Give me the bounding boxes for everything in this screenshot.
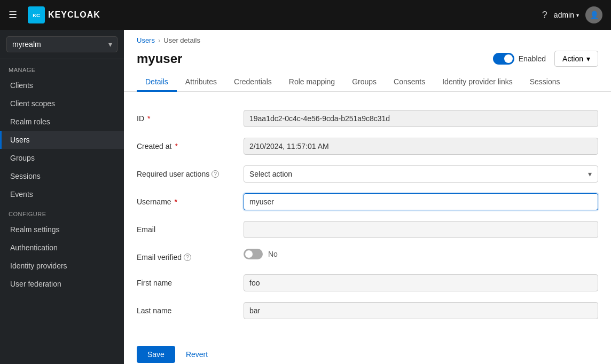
realm-select[interactable]: myrealm — [6, 36, 118, 52]
layout: myrealm Manage Clients Client scopes Rea… — [0, 30, 611, 364]
main-content: Users › User details myuser Enabled Acti… — [124, 30, 611, 364]
last-name-input[interactable] — [244, 302, 598, 319]
email-verified-toggle-row: No — [244, 249, 598, 259]
sidebar-item-authentication[interactable]: Authentication — [0, 239, 124, 257]
revert-button[interactable]: Revert — [182, 346, 212, 363]
form-row-email-verified: Email verified ? No — [137, 243, 598, 269]
sidebar: myrealm Manage Clients Client scopes Rea… — [0, 30, 124, 364]
required-actions-label: Required user actions ? — [137, 165, 244, 178]
email-verified-toggle[interactable] — [244, 249, 263, 259]
help-icon[interactable]: ? — [542, 10, 547, 21]
created-at-input[interactable] — [244, 138, 598, 155]
username-label: Username * — [137, 193, 244, 206]
svg-text:KC: KC — [33, 12, 40, 18]
email-verified-value: No — [268, 250, 278, 258]
tab-details[interactable]: Details — [137, 73, 177, 92]
action-caret-icon: ▾ — [586, 54, 590, 63]
form-row-created-at: Created at * — [137, 132, 598, 160]
last-name-label: Last name — [137, 302, 244, 315]
form-row-required-actions: Required user actions ? Select action — [137, 160, 598, 188]
form-row-first-name: First name — [137, 269, 598, 297]
user-name: admin — [554, 11, 574, 19]
realm-selector[interactable]: myrealm — [0, 30, 124, 59]
last-name-control-wrap — [244, 302, 598, 319]
email-verified-help-icon[interactable]: ? — [184, 254, 191, 261]
username-control-wrap — [244, 193, 598, 210]
required-actions-control-wrap: Select action — [244, 165, 598, 183]
tab-sessions[interactable]: Sessions — [521, 73, 569, 92]
sidebar-item-identity-providers[interactable]: Identity providers — [0, 257, 124, 275]
sidebar-item-users[interactable]: Users — [0, 131, 124, 149]
username-input[interactable] — [244, 193, 598, 210]
first-name-input[interactable] — [244, 274, 598, 291]
tab-identity-provider-links[interactable]: Identity provider links — [434, 73, 521, 92]
tab-credentials[interactable]: Credentials — [225, 73, 280, 92]
form-actions: Save Revert — [124, 337, 611, 364]
form-row-username: Username * — [137, 188, 598, 216]
form-body: ID * Created at * Requ — [124, 92, 611, 337]
enabled-toggle[interactable] — [493, 53, 514, 65]
created-at-required-marker: * — [175, 142, 177, 151]
sidebar-item-sessions[interactable]: Sessions — [0, 167, 124, 185]
manage-section-label: Manage — [0, 59, 124, 76]
breadcrumb-parent[interactable]: Users — [137, 36, 155, 44]
logo-text: KEYCLOAK — [48, 10, 100, 20]
email-label: Email — [137, 221, 244, 234]
tabs: Details Attributes Credentials Role mapp… — [124, 67, 611, 92]
breadcrumb-current: User details — [163, 36, 200, 44]
topnav: ☰ KC KEYCLOAK ? admin ▾ 👤 — [0, 0, 611, 30]
sidebar-item-groups[interactable]: Groups — [0, 149, 124, 167]
save-button[interactable]: Save — [137, 346, 175, 363]
sidebar-item-realm-settings[interactable]: Realm settings — [0, 220, 124, 239]
breadcrumb-separator: › — [158, 36, 160, 44]
tab-consents[interactable]: Consents — [385, 73, 434, 92]
id-label: ID * — [137, 110, 244, 123]
email-input[interactable] — [244, 221, 598, 238]
logo-icon: KC — [28, 6, 45, 23]
avatar[interactable]: 👤 — [585, 6, 602, 23]
sidebar-item-client-scopes[interactable]: Client scopes — [0, 94, 124, 113]
created-at-label: Created at * — [137, 138, 244, 151]
email-verified-control-wrap: No — [244, 249, 598, 259]
required-actions-select[interactable]: Select action — [244, 165, 598, 183]
sidebar-item-clients[interactable]: Clients — [0, 76, 124, 94]
hamburger-menu-icon[interactable]: ☰ — [9, 9, 17, 21]
id-input[interactable] — [244, 110, 598, 127]
user-menu[interactable]: admin ▾ — [554, 11, 579, 19]
email-control-wrap — [244, 221, 598, 238]
action-button[interactable]: Action ▾ — [554, 51, 598, 67]
email-verified-label: Email verified ? — [137, 249, 244, 262]
action-label: Action — [562, 54, 583, 63]
enabled-label: Enabled — [519, 54, 546, 63]
tab-role-mapping[interactable]: Role mapping — [280, 73, 343, 92]
logo: KC KEYCLOAK — [28, 6, 100, 23]
configure-section-label: Configure — [0, 203, 124, 220]
sidebar-item-realm-roles[interactable]: Realm roles — [0, 113, 124, 131]
page-title: myuser — [137, 51, 182, 66]
first-name-label: First name — [137, 274, 244, 287]
username-required-marker: * — [175, 197, 177, 206]
form-row-id: ID * — [137, 105, 598, 132]
created-at-control-wrap — [244, 138, 598, 155]
first-name-control-wrap — [244, 274, 598, 291]
sidebar-item-events[interactable]: Events — [0, 185, 124, 203]
tab-attributes[interactable]: Attributes — [177, 73, 225, 92]
enabled-toggle-wrap: Enabled — [493, 53, 546, 65]
required-actions-help-icon[interactable]: ? — [212, 170, 219, 178]
tab-groups[interactable]: Groups — [343, 73, 385, 92]
user-caret-icon: ▾ — [576, 12, 579, 18]
id-required-marker: * — [147, 114, 150, 123]
form-row-email: Email — [137, 216, 598, 243]
sidebar-item-user-federation[interactable]: User federation — [0, 275, 124, 293]
form-row-last-name: Last name — [137, 297, 598, 325]
page-header: myuser Enabled Action ▾ — [124, 46, 611, 67]
id-control-wrap — [244, 110, 598, 127]
breadcrumb: Users › User details — [124, 30, 611, 46]
